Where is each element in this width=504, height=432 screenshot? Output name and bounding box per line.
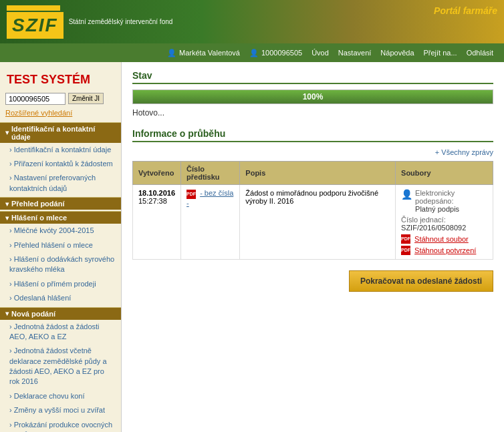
- sidebar-item-dodavky-mleka[interactable]: Hlášení o dodávkách syrového kravského m…: [0, 252, 121, 277]
- download1-link[interactable]: PDF Stáhnout soubor: [401, 234, 487, 244]
- download2-label: Stáhnout potvrzení: [414, 246, 476, 254]
- nav-nastaveni-link[interactable]: Nastavení: [334, 43, 376, 62]
- nav-odhlasit-link[interactable]: Odhlásit: [463, 43, 497, 62]
- section-identifikacni-header[interactable]: Identifikační a kontaktní údaje: [0, 123, 121, 143]
- col-soubory: Soubory: [396, 162, 493, 185]
- popis-text: Žádost o mimořádnou podporu živočišné vý…: [245, 189, 378, 205]
- info-title: Informace o průběhu: [132, 128, 493, 142]
- navbar: 👤 Markéta Valentová 👤 1000096505 Úvod Na…: [0, 43, 504, 62]
- nav-uvod-link[interactable]: Úvod: [307, 43, 333, 62]
- download1-label: Stáhnout soubor: [414, 235, 469, 243]
- sidebar-item-jednotna-zadost[interactable]: Jednotná žádost a žádosti AEO, AEKO a EZ: [0, 320, 121, 345]
- signed-value: Platný podpis: [415, 205, 487, 213]
- search-btn[interactable]: Změnit JI: [68, 93, 104, 104]
- nav-prejit-link[interactable]: Přejít na...: [420, 43, 461, 62]
- progress-container: 100%: [132, 89, 493, 104]
- navbar-userid: 👤 1000096505: [245, 46, 306, 60]
- all-messages-row: Všechny zprávy: [132, 148, 493, 157]
- progress-label: 100%: [133, 90, 493, 103]
- sidebar-item-prehled-hlaseni[interactable]: Přehled hlášení o mlece: [0, 238, 121, 252]
- signed-row: 👤 Elektronicky podepsáno: Platný podpis: [401, 189, 487, 213]
- main-layout: TEST SYSTÉM Změnit JI Rozšířené vyhledán…: [0, 62, 504, 432]
- stav-title: Stav: [132, 70, 493, 84]
- section-prehled: Přehled podání: [0, 197, 121, 210]
- section-nova-podani: Nová podání Jednotná žádost a žádosti AE…: [0, 307, 121, 433]
- sidebar-item-primy-prodej[interactable]: Hlášení o přímém prodeji: [0, 277, 121, 291]
- pdf-icon-1: PDF: [401, 234, 410, 244]
- section-hlaseni-header[interactable]: Hlášení o mlece: [0, 212, 121, 224]
- sidebar-item-zmeny-zvire[interactable]: Změny a vyšší moci u zvířat: [0, 403, 121, 417]
- ref-value: SZIF/2016/0508092: [401, 224, 466, 232]
- section-identifikacni: Identifikační a kontaktní údaje Identifi…: [0, 122, 121, 196]
- download2-link[interactable]: PDF Stáhnout potvrzení: [401, 246, 487, 255]
- signed-info: Elektronicky podepsáno: Platný podpis: [415, 189, 487, 213]
- all-messages-link[interactable]: Všechny zprávy: [435, 148, 493, 156]
- sidebar-item-odeslana-hlaseni[interactable]: Odeslaná hlášení: [0, 291, 121, 305]
- table-row: 18.10.2016 15:27:38 PDF - bez čísla - Žá…: [133, 185, 493, 260]
- cell-soubory: 👤 Elektronicky podepsáno: Platný podpis …: [396, 185, 493, 260]
- user-name: Markéta Valentová: [179, 49, 240, 57]
- logo-area: SZIF Státní zemědělský intervenční fond: [7, 5, 172, 39]
- ref-row: Číslo jednací: SZIF/2016/0508092: [401, 216, 487, 232]
- ref-label: Číslo jednací:: [401, 216, 446, 224]
- signed-label: Elektronicky podepsáno:: [415, 189, 487, 205]
- logo-stripe: [7, 5, 60, 11]
- cell-predtisk: PDF - bez čísla -: [181, 185, 240, 260]
- cell-popis: Žádost o mimořádnou podporu živočišné vý…: [240, 185, 396, 260]
- section-prehled-header[interactable]: Přehled podání: [0, 198, 121, 210]
- user-icon: 👤: [167, 49, 176, 57]
- person-icon: 👤: [401, 189, 412, 200]
- pdf-icon-2: PDF: [401, 246, 410, 255]
- sidebar-search-row: Změnit JI: [0, 90, 121, 107]
- sidebar-item-nastaveni-kontaktu[interactable]: Nastavení preferovaných kontaktních údaj…: [0, 171, 121, 196]
- advanced-search-link[interactable]: Rozšířené vyhledání: [0, 107, 121, 121]
- continue-button[interactable]: Pokračovat na odeslané žádosti: [349, 270, 493, 292]
- sidebar: TEST SYSTÉM Změnit JI Rozšířené vyhledán…: [0, 62, 122, 432]
- content-area: Stav 100% Hotovo... Informace o průběhu …: [122, 62, 504, 432]
- id-icon: 👤: [249, 49, 259, 57]
- navbar-user: 👤 Markéta Valentová: [163, 46, 244, 60]
- sidebar-item-deklarace-chov-koni[interactable]: Deklarace chovu koní: [0, 389, 121, 403]
- time-value: 15:27:38: [138, 197, 167, 205]
- col-cislo-predtisku: Číslo předtisku: [181, 162, 240, 185]
- sidebar-title: TEST SYSTÉM: [0, 67, 121, 90]
- pdf-icon: PDF: [186, 190, 196, 199]
- sidebar-item-mlecne-kvoty[interactable]: Mléčné kvóty 2004-2015: [0, 224, 121, 238]
- user-id-value: 1000096505: [261, 49, 302, 57]
- sidebar-item-jednotna-zadost-2016[interactable]: Jednotná žádost včetně deklarace zeměděl…: [0, 344, 121, 389]
- sidebar-item-produkce-ovoce[interactable]: Prokázání produkce ovocných druhů: [0, 418, 121, 432]
- section-hlaseni: Hlášení o mlece Mléčné kvóty 2004-2015 P…: [0, 211, 121, 305]
- date-value: 18.10.2016: [138, 189, 175, 197]
- search-input[interactable]: [5, 93, 66, 105]
- nav-napoveda-link[interactable]: Nápověda: [376, 43, 418, 62]
- col-popis: Popis: [240, 162, 396, 185]
- logo-subtitle: Státní zemědělský intervenční fond: [69, 17, 173, 27]
- sidebar-item-identifikacni[interactable]: Identifikační a kontaktní údaje: [0, 143, 121, 157]
- logo-szif: SZIF: [7, 12, 64, 39]
- status-text: Hotovo...: [132, 108, 493, 118]
- section-nova-podani-header[interactable]: Nová podání: [0, 308, 121, 320]
- portal-title: Portál farmáře: [434, 5, 497, 16]
- col-vytvoreno: Vytvořeno: [133, 162, 181, 185]
- page-header: SZIF Státní zemědělský intervenční fond …: [0, 0, 504, 43]
- sidebar-item-prirazeni[interactable]: Přiřazení kontaktů k žádostem: [0, 157, 121, 171]
- cell-created: 18.10.2016 15:27:38: [133, 185, 181, 260]
- info-table: Vytvořeno Číslo předtisku Popis Soubory …: [132, 161, 493, 260]
- logo-wrap: SZIF: [7, 5, 64, 39]
